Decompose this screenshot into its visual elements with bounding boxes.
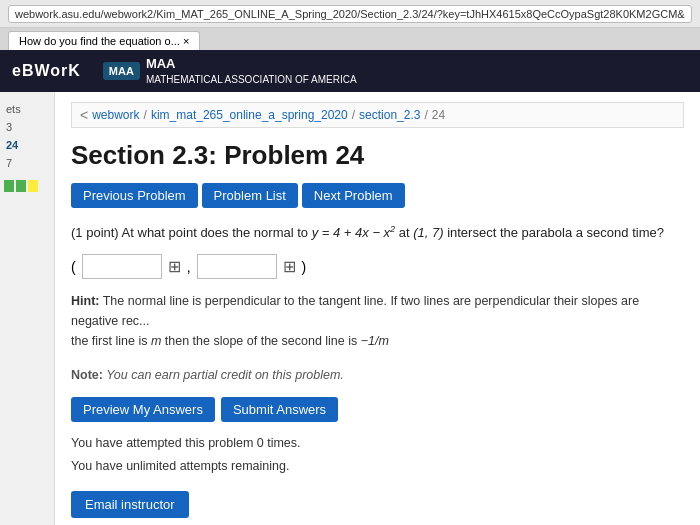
maa-title: MAA <box>146 56 357 73</box>
maa-subtitle: MATHEMATICAL ASSOCIATION OF AMERICA <box>146 73 357 86</box>
breadcrumb-sep3: / <box>424 108 427 122</box>
top-nav: eBWorK MAA MAA MATHEMATICAL ASSOCIATION … <box>0 50 700 92</box>
answer-input-row: ( ⊞ , ⊞ ) <box>71 254 684 279</box>
sidebar-item-7[interactable]: 7 <box>4 154 50 172</box>
maa-badge: MAA <box>103 62 140 80</box>
nav-button-group: Previous Problem Problem List Next Probl… <box>71 183 684 208</box>
note-block: Note: You can earn partial credit on thi… <box>71 365 684 385</box>
submit-answers-button[interactable]: Submit Answers <box>221 397 338 422</box>
point: (1, 7) <box>413 225 443 240</box>
comma-separator: , <box>187 259 191 275</box>
next-problem-button[interactable]: Next Problem <box>302 183 405 208</box>
hint-label: Hint: <box>71 294 99 308</box>
browser-bar: webwork.asu.edu/webwork2/Kim_MAT_265_ONL… <box>0 0 700 28</box>
note-text: You can earn partial credit on this prob… <box>106 368 344 382</box>
maa-text: MAA MATHEMATICAL ASSOCIATION OF AMERICA <box>146 56 357 86</box>
email-instructor-button[interactable]: Email instructor <box>71 491 189 518</box>
attempt-info: You have attempted this problem 0 times.… <box>71 432 684 477</box>
page-title: Section 2.3: Problem 24 <box>71 140 684 171</box>
hint-block: Hint: The normal line is perpendicular t… <box>71 291 684 351</box>
y-answer-input[interactable] <box>197 254 277 279</box>
sidebar-progress <box>4 180 50 192</box>
grid-icon-2[interactable]: ⊞ <box>283 257 296 276</box>
problem-points: (1 point) <box>71 225 119 240</box>
x-answer-input[interactable] <box>82 254 162 279</box>
answer-button-group: Preview My Answers Submit Answers <box>71 397 684 422</box>
breadcrumb-webwork[interactable]: webwork <box>92 108 139 122</box>
sidebar-item-ets[interactable]: ets <box>4 100 50 118</box>
progress-block-3 <box>28 180 38 192</box>
breadcrumb: < webwork / kim_mat_265_online_a_spring_… <box>71 102 684 128</box>
ebwork-logo: eBWorK <box>12 62 81 80</box>
main-layout: ets 3 24 7 < webwork / kim_mat_265_onlin… <box>0 92 700 525</box>
problem-list-button[interactable]: Problem List <box>202 183 298 208</box>
hint-text-2: the first line is m then the slope of th… <box>71 334 389 348</box>
breadcrumb-problem: 24 <box>432 108 445 122</box>
previous-problem-button[interactable]: Previous Problem <box>71 183 198 208</box>
attempt-line1: You have attempted this problem 0 times. <box>71 432 684 455</box>
active-tab[interactable]: How do you find the equation o... × <box>8 31 200 50</box>
sidebar-item-24[interactable]: 24 <box>4 136 50 154</box>
breadcrumb-course[interactable]: kim_mat_265_online_a_spring_2020 <box>151 108 348 122</box>
sidebar-item-3[interactable]: 3 <box>4 118 50 136</box>
hint-m2: −1/m <box>361 334 389 348</box>
hint-text: The normal line is perpendicular to the … <box>71 294 639 328</box>
url-bar[interactable]: webwork.asu.edu/webwork2/Kim_MAT_265_ONL… <box>8 5 692 23</box>
breadcrumb-sep1: / <box>144 108 147 122</box>
note-label: Note: <box>71 368 103 382</box>
breadcrumb-section[interactable]: section_2.3 <box>359 108 420 122</box>
preview-answers-button[interactable]: Preview My Answers <box>71 397 215 422</box>
breadcrumb-back-arrow[interactable]: < <box>80 107 88 123</box>
progress-block-2 <box>16 180 26 192</box>
tab-bar: How do you find the equation o... × <box>0 28 700 50</box>
attempt-line2: You have unlimited attempts remaining. <box>71 455 684 478</box>
maa-logo: MAA MAA MATHEMATICAL ASSOCIATION OF AMER… <box>103 56 357 86</box>
close-paren: ) <box>302 259 307 275</box>
sidebar: ets 3 24 7 <box>0 92 55 525</box>
grid-icon-1[interactable]: ⊞ <box>168 257 181 276</box>
progress-block-1 <box>4 180 14 192</box>
problem-text: At what point does the normal to y = 4 +… <box>122 225 664 240</box>
content-area: < webwork / kim_mat_265_online_a_spring_… <box>55 92 700 525</box>
hint-m1: m <box>151 334 161 348</box>
open-paren: ( <box>71 259 76 275</box>
problem-description: (1 point) At what point does the normal … <box>71 222 684 244</box>
equation: y = 4 + 4x − x2 <box>312 225 395 240</box>
breadcrumb-sep2: / <box>352 108 355 122</box>
